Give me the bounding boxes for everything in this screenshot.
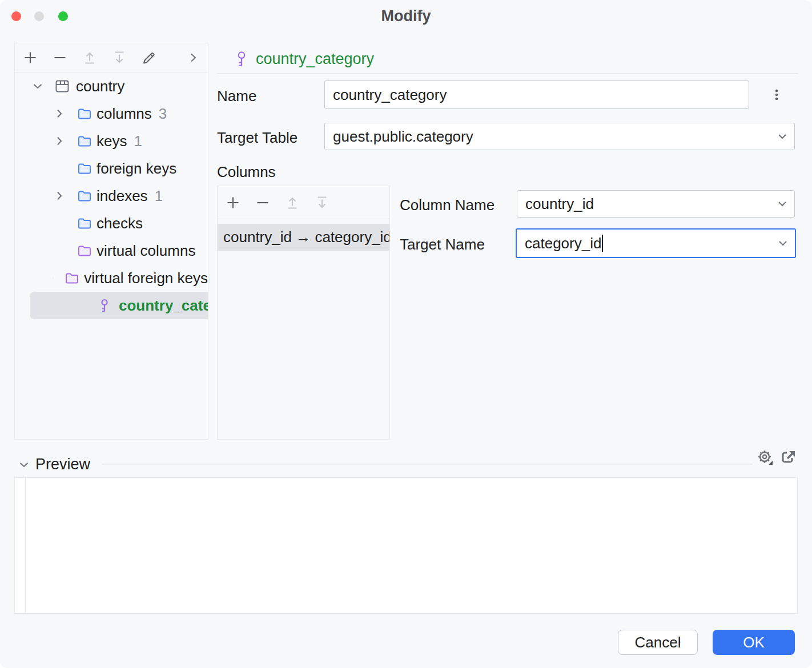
chevron-down-icon	[776, 198, 789, 210]
tree-item-label: country_category	[119, 297, 208, 315]
modify-dialog: Modify	[0, 0, 812, 668]
expand-toolbar-icon[interactable]	[185, 50, 201, 66]
add-icon[interactable]	[225, 195, 241, 211]
tree-item-country-category[interactable]: country_category	[30, 292, 208, 319]
remove-icon[interactable]	[255, 195, 271, 211]
settings-gear-icon[interactable]	[757, 449, 774, 466]
folder-icon	[77, 216, 92, 231]
table-icon	[55, 79, 70, 94]
folder-icon	[77, 161, 92, 176]
tree-item-label: virtual foreign keys	[84, 269, 208, 287]
remove-icon[interactable]	[52, 50, 68, 66]
tree-item-label: indexes	[97, 187, 148, 205]
folder-icon	[77, 188, 92, 203]
target-name-value: category_id	[525, 235, 601, 252]
chevron-right-icon[interactable]	[53, 189, 66, 203]
preview-panel[interactable]	[14, 477, 798, 614]
column-name-label: Column Name	[400, 196, 495, 214]
target-table-label: Target Table	[217, 129, 298, 147]
tree-item-indexes[interactable]: indexes 1	[15, 182, 208, 210]
move-up-icon[interactable]	[284, 195, 300, 211]
window-title: Modify	[0, 7, 812, 25]
ok-button[interactable]: OK	[713, 630, 795, 655]
tree-item-country[interactable]: country	[15, 73, 208, 100]
tree-item-label: virtual columns	[97, 242, 195, 260]
name-input[interactable]: country_category	[324, 81, 749, 109]
target-table-select[interactable]: guest.public.category	[324, 123, 795, 150]
chevron-down-icon	[777, 237, 789, 250]
tree-item-label: country	[76, 78, 124, 95]
move-down-icon[interactable]	[314, 195, 330, 211]
cancel-button[interactable]: Cancel	[618, 630, 698, 655]
tree-item-label: columns	[97, 105, 152, 123]
tree-item-label: checks	[97, 215, 143, 232]
chevron-down-icon	[776, 130, 789, 143]
tree-rows: country columns 3 keys 1	[15, 73, 208, 319]
tree-item-virtual-foreign-keys[interactable]: virtual foreign keys	[15, 264, 208, 292]
key-icon	[233, 50, 250, 67]
preview-collapse-icon[interactable]	[17, 458, 31, 472]
item-count: 1	[134, 132, 142, 150]
name-label: Name	[217, 87, 256, 105]
header-divider	[217, 73, 798, 74]
target-table-value: guest.public.category	[333, 128, 473, 146]
tree-item-columns[interactable]: columns 3	[15, 100, 208, 127]
kebab-menu-icon[interactable]	[769, 87, 785, 103]
chevron-right-icon[interactable]	[53, 134, 66, 148]
chevron-down-icon[interactable]	[53, 271, 54, 285]
item-count: 1	[155, 187, 163, 205]
object-title: country_category	[256, 50, 374, 68]
tree-toolbar	[15, 43, 208, 73]
target-name-select[interactable]: category_id	[516, 228, 796, 258]
name-input-value: country_category	[333, 86, 447, 104]
move-up-icon[interactable]	[82, 50, 98, 66]
add-icon[interactable]	[22, 50, 38, 66]
preview-gutter-line	[25, 478, 26, 613]
column-name-value: country_id	[525, 195, 594, 213]
folder-icon	[65, 271, 79, 285]
target-name-label: Target Name	[400, 236, 485, 253]
tree-item-keys[interactable]: keys 1	[15, 127, 208, 155]
column-mapping-row[interactable]: country_id → category_id	[218, 224, 389, 251]
column-name-select[interactable]: country_id	[517, 190, 795, 218]
edit-icon[interactable]	[141, 50, 157, 66]
tree-item-foreign-keys[interactable]: foreign keys	[15, 155, 208, 182]
move-down-icon[interactable]	[111, 50, 127, 66]
tree-item-label: foreign keys	[97, 160, 176, 178]
preview-divider	[102, 464, 753, 465]
folder-icon	[77, 243, 92, 258]
text-cursor	[602, 235, 603, 252]
folder-icon	[77, 134, 92, 148]
preview-label[interactable]: Preview	[35, 456, 90, 473]
chevron-down-icon[interactable]	[31, 79, 45, 93]
folder-icon	[77, 106, 92, 121]
chevron-right-icon[interactable]	[53, 107, 66, 120]
columns-section-label: Columns	[217, 163, 276, 181]
title-bar: Modify	[0, 0, 812, 32]
open-in-window-icon[interactable]	[780, 449, 797, 466]
columns-list-panel: country_id → category_id	[217, 186, 390, 440]
tree-item-label: keys	[97, 132, 127, 150]
structure-tree-panel: country columns 3 keys 1	[14, 43, 208, 440]
tree-item-checks[interactable]: checks	[15, 210, 208, 237]
tree-item-virtual-columns[interactable]: virtual columns	[15, 237, 208, 264]
key-icon	[97, 298, 112, 313]
columns-toolbar	[218, 186, 389, 219]
item-count: 3	[159, 105, 167, 123]
